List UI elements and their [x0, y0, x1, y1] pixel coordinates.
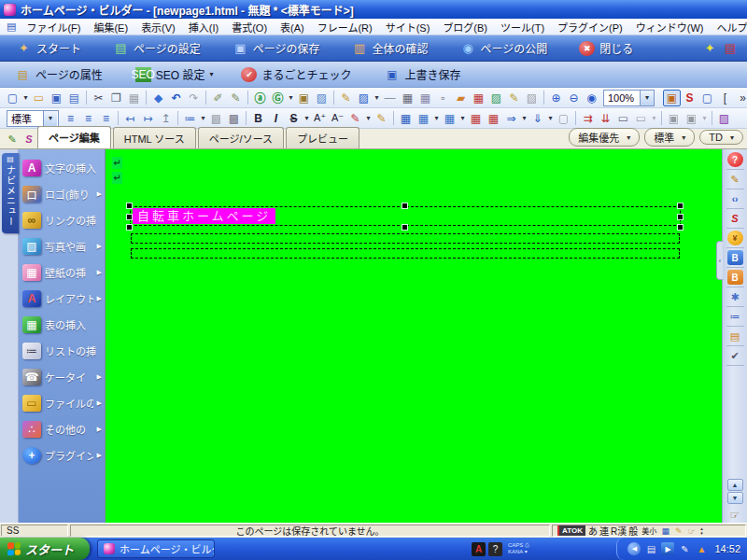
- atok-badge[interactable]: ATOK: [557, 525, 585, 536]
- printer-tray-icon[interactable]: ▤: [644, 542, 657, 555]
- blog-b-blue-icon[interactable]: B: [727, 250, 743, 265]
- ime-hand-icon[interactable]: ☞: [685, 525, 698, 537]
- ime-pad-icon[interactable]: ▦: [659, 525, 671, 537]
- new-page-dropdown[interactable]: ▾: [21, 90, 30, 106]
- overwrite-save-button[interactable]: ▣ 上書き保存: [376, 63, 472, 85]
- image-dropdown[interactable]: ▾: [373, 90, 381, 106]
- page-attributes-button[interactable]: ▤ ページの属性: [7, 63, 115, 85]
- selected-heading-block[interactable]: 自転車ホームページ: [130, 206, 681, 226]
- menu-item[interactable]: 表(A): [274, 19, 311, 35]
- draw-pen-icon[interactable]: ✎: [337, 90, 355, 106]
- outdent-icon[interactable]: ↥: [157, 110, 175, 127]
- menu-item[interactable]: 書式(O): [225, 19, 274, 35]
- scroll-down-button[interactable]: ▼: [727, 492, 743, 504]
- text-color-pen-icon[interactable]: ✎: [346, 110, 364, 127]
- atok16-icon[interactable]: A: [472, 542, 486, 556]
- image-pen-icon[interactable]: ▨: [487, 90, 505, 106]
- selection-handle[interactable]: [402, 225, 407, 230]
- style-dropdown-icon[interactable]: ▾: [43, 111, 57, 126]
- zoom-dropdown-icon[interactable]: ▾: [640, 91, 654, 105]
- start-button[interactable]: スタート: [0, 538, 90, 560]
- hide-icons-chevron[interactable]: ◀: [627, 542, 641, 555]
- hand-tool-icon[interactable]: ☞: [730, 509, 740, 522]
- selection-handle[interactable]: [127, 203, 132, 208]
- sidebar-item[interactable]: ロ ロゴ(飾り ▶: [19, 181, 105, 207]
- sidebar-item[interactable]: + プラグイン ▶: [19, 442, 105, 469]
- page-edit-canvas[interactable]: ↵ ↵ 自転車ホームページ: [105, 149, 722, 523]
- sidebar-item[interactable]: ▦ 壁紙の挿 ▶: [19, 259, 105, 286]
- insert-image-icon[interactable]: ▨: [355, 90, 373, 106]
- help-book-icon[interactable]: ▤: [725, 41, 736, 55]
- tab-page-source[interactable]: ページ/ソース: [198, 127, 284, 148]
- menu-item[interactable]: ツール(T): [494, 19, 551, 35]
- insert-col-dropdown[interactable]: ▾: [458, 110, 467, 127]
- indent-decrease-icon[interactable]: ↤: [121, 110, 139, 127]
- site-list-icon[interactable]: ≔: [727, 309, 743, 324]
- cell-attribute-icon[interactable]: ▨: [715, 110, 733, 127]
- save-icon[interactable]: ▣: [48, 90, 65, 106]
- attributes-panel-icon[interactable]: ▣: [663, 90, 681, 106]
- merge-right-icon[interactable]: ⇒: [502, 110, 520, 127]
- menu-item[interactable]: ブログ(B): [436, 19, 494, 35]
- bold-icon[interactable]: B: [249, 110, 267, 127]
- merge-right-dropdown[interactable]: ▾: [520, 110, 529, 127]
- sidebar-item[interactable]: ▨ 写真や画 ▶: [19, 233, 105, 259]
- page-memo-icon[interactable]: ✎: [727, 172, 743, 187]
- link-dropdown[interactable]: ▾: [287, 90, 295, 106]
- menu-item[interactable]: 表示(V): [134, 19, 182, 35]
- taskbar-app-button[interactable]: ホームページ・ビルダ...: [97, 539, 215, 558]
- script-icon[interactable]: S: [681, 90, 698, 106]
- sidebar-item[interactable]: A レイアウト ▶: [19, 286, 105, 312]
- media-tray-icon[interactable]: ▶: [661, 542, 674, 555]
- ime-small-modes[interactable]: 美小: [641, 525, 656, 536]
- col-span-icon[interactable]: ⇊: [597, 110, 614, 127]
- hr-line-icon[interactable]: —: [381, 90, 399, 106]
- gallery-icon[interactable]: ▨: [313, 90, 331, 106]
- tab-page-edit[interactable]: ページ編集: [37, 126, 111, 148]
- selection-handle[interactable]: [678, 215, 683, 219]
- zoom-out-icon[interactable]: ⊖: [565, 90, 583, 106]
- sidebar-item[interactable]: ≔ リストの挿入: [19, 338, 105, 364]
- more-chevron-icon[interactable]: »: [734, 90, 747, 106]
- copy-icon[interactable]: ❐: [107, 90, 125, 106]
- align-center-icon[interactable]: ≡: [79, 110, 97, 127]
- help-icon[interactable]: ?: [727, 152, 743, 167]
- marker-pen-icon[interactable]: ✎: [373, 110, 390, 127]
- strike-icon[interactable]: S: [285, 110, 303, 127]
- menu-item[interactable]: 編集(E): [87, 19, 134, 35]
- media-insert-icon[interactable]: ▣: [295, 90, 313, 106]
- collapse-rail-handle[interactable]: ‹: [716, 241, 723, 280]
- mode-select[interactable]: 標準 ▾: [644, 128, 695, 147]
- cell-merge-icon[interactable]: ▭: [614, 110, 632, 127]
- insert-row-icon[interactable]: ▦: [415, 110, 432, 127]
- font-larger-icon[interactable]: A⁺: [311, 110, 329, 127]
- note-pen-icon[interactable]: ✎: [505, 90, 523, 106]
- table-pen-icon[interactable]: ▦: [470, 90, 487, 106]
- table-grid-icon[interactable]: ▦: [399, 90, 416, 106]
- chart-people-icon[interactable]: ▰: [452, 90, 470, 106]
- checkout-page-icon[interactable]: ✎: [227, 90, 245, 106]
- link-a-globe-icon[interactable]: ⓐ: [251, 90, 269, 106]
- menu-item[interactable]: フレーム(R): [311, 19, 379, 35]
- sidebar-item[interactable]: ∞ リンクの挿入: [19, 207, 105, 233]
- site-check-button[interactable]: ▥ 全体の確認: [344, 37, 437, 59]
- tab-preview[interactable]: プレビュー: [286, 127, 359, 148]
- save-all-icon[interactable]: ▤: [65, 90, 83, 106]
- page-settings-button[interactable]: ▤ ページの設定: [105, 37, 209, 59]
- indent-increase-icon[interactable]: ↦: [139, 110, 157, 127]
- ime-mode[interactable]: 連: [599, 524, 609, 538]
- new-page-icon[interactable]: ▢: [4, 90, 21, 106]
- sidebar-item[interactable]: ▦ 表の挿入: [19, 312, 105, 338]
- page-save-button[interactable]: ▣ ページの保存: [224, 37, 329, 59]
- empty-table-placeholder[interactable]: [131, 233, 680, 244]
- page-publish-button[interactable]: ◉ ページの公開: [452, 37, 557, 59]
- selection-handle[interactable]: [127, 215, 132, 219]
- eraser-icon[interactable]: ◆: [149, 90, 167, 106]
- delete-row-icon[interactable]: ▦: [467, 110, 485, 127]
- atok-tray-icon[interactable]: ▲: [695, 542, 708, 555]
- zoom-in-icon[interactable]: ⊕: [547, 90, 565, 106]
- select-frame-icon[interactable]: ▫: [434, 90, 452, 106]
- ime-help-icon[interactable]: ?: [488, 542, 502, 556]
- insert-col-icon[interactable]: ▦: [441, 110, 458, 127]
- full-check-button[interactable]: ✔ まるごとチェック: [233, 63, 363, 85]
